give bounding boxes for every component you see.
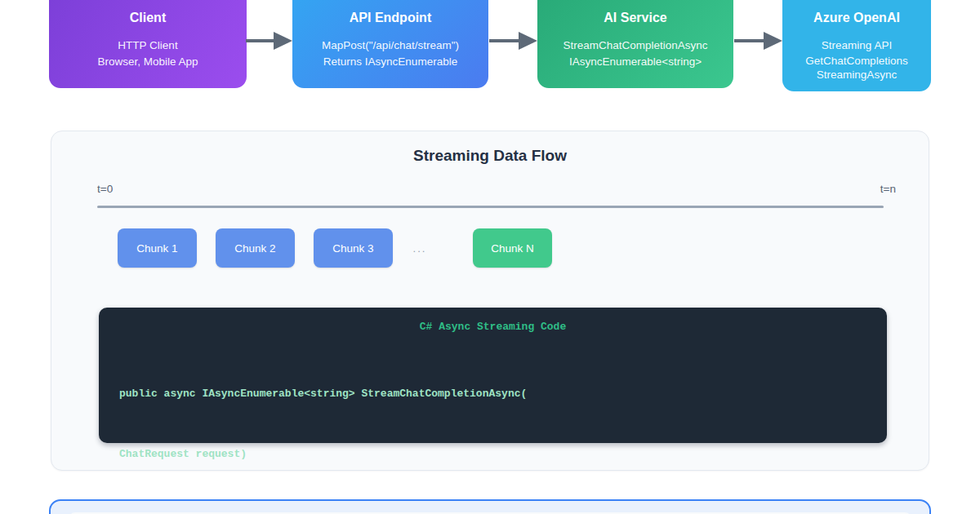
node-subtitle-1: StreamChatCompletionAsync [556, 38, 714, 54]
arrow-head [519, 32, 537, 50]
node-title: API Endpoint [350, 10, 431, 26]
node-title: Client [130, 10, 166, 26]
node-title: Azure OpenAI [813, 10, 900, 26]
chunk-1: Chunk 1 [118, 228, 197, 268]
node-subtitle-2: IAsyncEnumerable<string> [563, 54, 708, 70]
pipeline-node-client: Client HTTP Client Browser, Mobile App [49, 0, 247, 88]
chunk-row: Chunk 1 Chunk 2 Chunk 3 ... Chunk N [118, 228, 552, 268]
code-block-title: C# Async Streaming Code [99, 308, 887, 335]
bottom-panel [49, 499, 931, 514]
flow-arrow-icon [734, 32, 782, 50]
timeline-end-label: t=n [880, 183, 896, 195]
arrow-shaft [246, 39, 276, 42]
node-subtitle-1: MapPost("/api/chat/stream") [315, 38, 466, 54]
panel-title: Streaming Data Flow [51, 147, 929, 165]
pipeline-node-azure-openai: Azure OpenAI Streaming API GetChatComple… [782, 0, 931, 91]
arrow-head [274, 32, 292, 50]
chunk-2: Chunk 2 [216, 228, 295, 268]
arrow-shaft [489, 39, 521, 42]
flow-arrow-icon [246, 32, 292, 50]
chunk-3: Chunk 3 [314, 228, 393, 268]
node-subtitle-1: HTTP Client [111, 38, 184, 54]
code-block: C# Async Streaming Code public async IAs… [99, 308, 887, 443]
node-subtitle-1: Streaming API [815, 38, 898, 54]
streaming-data-flow-panel: Streaming Data Flow t=0 t=n Chunk 1 Chun… [51, 131, 929, 471]
chunk-n: Chunk N [473, 228, 552, 268]
pipeline-node-api-endpoint: API Endpoint MapPost("/api/chat/stream")… [292, 0, 488, 88]
code-line: ChatRequest request) [119, 445, 887, 465]
code-lines: public async IAsyncEnumerable<string> St… [99, 344, 887, 514]
pipeline-node-ai-service: AI Service StreamChatCompletionAsync IAs… [537, 0, 733, 88]
code-line: public async IAsyncEnumerable<string> St… [119, 384, 887, 405]
arrow-head [764, 32, 782, 50]
node-subtitle-2: GetChatCompletions StreamingAsync [782, 54, 931, 82]
arrow-shaft [734, 39, 766, 42]
timeline-axis [97, 206, 884, 208]
node-subtitle-2: Returns IAsyncEnumerable [317, 54, 464, 70]
node-title: AI Service [604, 10, 666, 26]
flow-arrow-icon [489, 32, 537, 50]
timeline-labels: t=0 t=n [97, 183, 896, 195]
chunk-ellipsis: ... [412, 242, 428, 255]
timeline-start-label: t=0 [97, 183, 113, 195]
node-subtitle-2: Browser, Mobile App [91, 54, 204, 70]
